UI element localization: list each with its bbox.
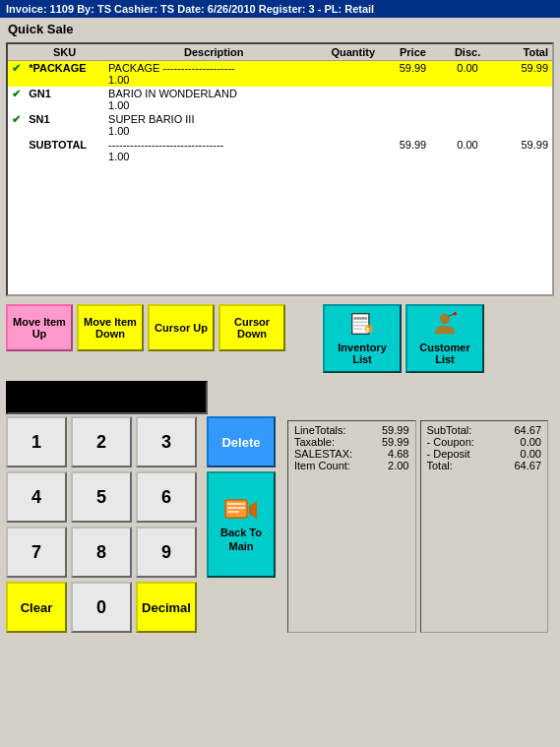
sku-cell: *PACKAGE [25,61,104,88]
table-row[interactable]: ✔ *PACKAGE PACKAGE -------------------- … [8,61,552,88]
table-row[interactable]: SUBTOTAL -------------------------------… [8,138,552,163]
svg-point-7 [440,314,450,324]
num-6-button[interactable]: 6 [136,471,197,523]
delete-button[interactable]: Delete [207,416,276,467]
cursor-down-button[interactable]: Cursor Down [218,304,285,351]
num-0-button[interactable]: 0 [71,582,132,633]
display-input[interactable] [6,381,208,414]
total-cell [492,87,552,112]
num-8-button[interactable]: 8 [71,527,132,578]
back-to-main-label: Back To Main [209,527,274,552]
line-totals-row: LineTotals: 59.99 [294,424,409,436]
total-row: Total: 64.67 [427,460,542,471]
svg-rect-12 [227,507,245,509]
sku-cell: SN1 [25,112,104,138]
quick-sale-label: Quick Sale [0,18,560,40]
col-description: Description [104,44,323,61]
disc-cell [443,87,493,112]
decimal-button[interactable]: Decimal [136,582,197,633]
price-cell [383,87,443,112]
desc-cell: BARIO IN WONDERLAND 1.00 [104,87,323,112]
total-cell [492,112,552,138]
back-icon [223,496,259,524]
num-5-button[interactable]: 5 [71,471,132,523]
disc-cell [443,112,493,138]
move-item-up-button[interactable]: Move Item Up [6,304,73,351]
left-buttons: Move Item Up Move Item Down Cursor Up Cu… [6,304,311,351]
deposit-row: - Deposit 0.00 [427,448,542,460]
num-1-button[interactable]: 1 [6,416,67,467]
price-cell: 59.99 [383,61,443,88]
num-3-button[interactable]: 3 [136,416,197,467]
inventory-list-button[interactable]: $ Inventory List [323,304,402,373]
disc-cell: 0.00 [443,138,493,163]
cursor-up-button[interactable]: Cursor Up [148,304,215,351]
check-cell [8,138,25,163]
check-cell: ✔ [8,112,25,138]
move-item-down-button[interactable]: Move Item Down [77,304,144,351]
num-2-button[interactable]: 2 [71,416,132,467]
col-total: Total [492,44,552,61]
table-row[interactable]: ✔ GN1 BARIO IN WONDERLAND 1.00 [8,87,552,112]
total-cell: 59.99 [492,61,552,88]
col-quantity: Quantity [323,44,383,61]
line-totals: LineTotals: 59.99 Taxable: 59.99 SALESTA… [287,420,416,633]
sku-cell: GN1 [25,87,104,112]
button-area: Move Item Up Move Item Down Cursor Up Cu… [0,298,560,377]
qty-cell [323,87,383,112]
table-row[interactable]: ✔ SN1 SUPER BARIO III 1.00 [8,112,552,138]
right-buttons: $ Inventory List Customer List [323,304,484,373]
num-9-button[interactable]: 9 [136,527,197,578]
total-cell: 59.99 [492,138,552,163]
num-4-button[interactable]: 4 [6,471,67,523]
svg-rect-11 [227,503,245,505]
customer-icon [429,312,461,336]
desc-cell: PACKAGE -------------------- 1.00 [104,61,323,88]
svg-rect-1 [353,317,367,320]
title-bar: Invoice: 1109 By: TS Cashier: TS Date: 6… [0,0,560,18]
desc-cell: SUPER BARIO III 1.00 [104,112,323,138]
col-disc: Disc. [443,44,493,61]
svg-rect-3 [353,325,367,327]
item-count-row: Item Count: 2.00 [294,460,409,471]
summary-area: LineTotals: 59.99 Taxable: 59.99 SALESTA… [287,420,548,633]
svg-rect-4 [353,328,362,330]
sub-totals: SubTotal: 64.67 - Coupon: 0.00 - Deposit… [420,420,549,633]
svg-point-9 [454,312,457,315]
customer-list-button[interactable]: Customer List [405,304,484,373]
taxable-row: Taxable: 59.99 [294,436,409,448]
title-text: Invoice: 1109 By: TS Cashier: TS Date: 6… [6,3,374,15]
numpad: 1 2 3 4 5 6 7 8 9 Clear 0 Decimal [6,416,197,633]
col-sku: SKU [25,44,104,61]
num-7-button[interactable]: 7 [6,527,67,578]
qty-cell [323,61,383,88]
check-cell: ✔ [8,87,25,112]
check-cell: ✔ [8,61,25,88]
inventory-icon: $ [346,312,378,336]
back-to-main-button[interactable]: Back To Main [207,471,276,578]
disc-cell: 0.00 [443,61,493,88]
desc-cell: -------------------------------- 1.00 [104,138,323,163]
display-area [0,381,560,414]
clear-button[interactable]: Clear [6,582,67,633]
price-cell [383,112,443,138]
qty-cell [323,112,383,138]
coupon-row: - Coupon: 0.00 [427,436,542,448]
numpad-area: 1 2 3 4 5 6 7 8 9 Clear 0 Decimal Delete… [0,416,560,633]
price-cell: 59.99 [383,138,443,163]
right-numpad-buttons: Delete Back To Main [207,416,276,633]
qty-cell [323,138,383,163]
salestax-row: SALESTAX: 4.68 [294,448,409,460]
svg-rect-13 [227,511,239,513]
subtotal-row: SubTotal: 64.67 [427,424,542,436]
col-price: Price [383,44,443,61]
invoice-table: SKU Description Quantity Price Disc. Tot… [8,44,552,163]
invoice-table-container: SKU Description Quantity Price Disc. Tot… [6,42,554,296]
svg-rect-2 [353,321,367,323]
sku-cell: SUBTOTAL [25,138,104,163]
